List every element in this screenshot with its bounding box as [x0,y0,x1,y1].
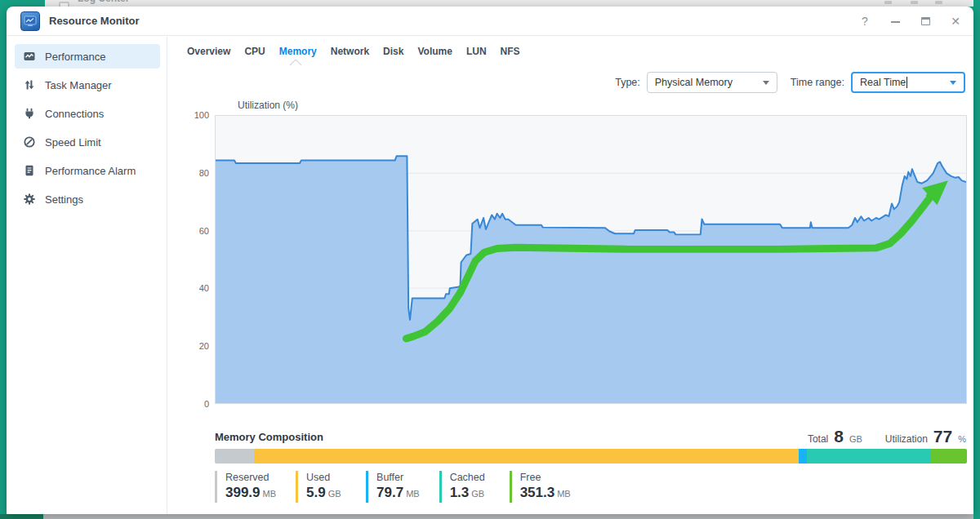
sidebar-item-label: Settings [45,193,83,206]
resource-monitor-window: Resource Monitor ? ✕ Performance Task Ma… [7,7,973,514]
bar-segment-buffer [799,449,807,464]
chart-y-axis: 020406080100 [168,115,209,404]
main-content: OverviewCPUMemoryNetworkDiskVolumeLUNNFS… [168,37,973,514]
tab-cpu[interactable]: CPU [244,43,265,60]
background-window-title: Log Center [78,0,129,4]
memory-composition-title: Memory Composition [215,431,323,443]
legend-label: Buffer [376,472,420,483]
sidebar-item-task-manager[interactable]: Task Manager [15,73,160,97]
utilization-area-chart [216,116,966,403]
alarm-log-icon [23,164,36,177]
memory-utilization-area [216,156,966,403]
chevron-down-icon [763,81,769,85]
legend-unit: MB [406,489,420,499]
resource-monitor-app-icon [20,11,40,31]
memory-composition-stats: Total 8 GB Utilization 77 % [808,427,966,446]
background-maximize-glyph [911,1,918,4]
time-range-dropdown[interactable]: Real Time [851,72,965,93]
tab-memory[interactable]: Memory [279,43,317,60]
desktop-bottom-corner [0,514,43,519]
sidebar-item-performance-alarm[interactable]: Performance Alarm [15,158,160,183]
tab-disk[interactable]: Disk [383,43,403,60]
help-button[interactable]: ? [858,13,871,29]
chart-title: Utilization (%) [238,100,298,111]
y-axis-tick-label: 100 [168,110,209,120]
legend-item-buffer: Buffer79.7MB [366,471,420,503]
y-axis-tick-label: 60 [168,226,209,236]
gauge-icon [23,135,36,149]
legend-value: 351.3MB [520,485,571,501]
sidebar-item-label: Speed Limit [45,136,101,149]
window-title: Resource Monitor [49,15,140,27]
legend-label: Cached [450,472,490,483]
plug-icon [23,107,36,120]
tab-network[interactable]: Network [331,43,369,60]
sidebar-item-label: Connections [45,108,104,120]
background-window-top-edge: Log Center [45,0,973,7]
text-cursor [906,77,907,88]
y-axis-tick-label: 20 [168,341,209,351]
type-label: Type: [615,77,640,88]
sidebar-item-label: Performance Alarm [45,165,136,177]
performance-monitor-icon [23,50,36,63]
gear-icon [23,193,36,206]
legend-label: Reserved [225,472,276,483]
filter-row: Type: Physical Memory Time range: Real T… [615,72,965,93]
bar-segment-cached [807,449,931,464]
memory-composition-bar [215,449,967,464]
tab-volume[interactable]: Volume [417,43,452,60]
total-unit: GB [849,434,862,444]
type-dropdown-value: Physical Memory [655,77,733,88]
y-axis-tick-label: 0 [168,399,209,409]
tab-overview[interactable]: Overview [187,43,230,60]
utilization-chart [215,115,967,404]
legend-unit: GB [471,489,484,499]
sidebar-item-speed-limit[interactable]: Speed Limit [15,130,160,154]
y-axis-tick-label: 40 [168,283,209,293]
y-axis-tick-label: 80 [168,168,209,178]
legend-value: 5.9GB [306,485,346,501]
titlebar: Resource Monitor ? ✕ [7,7,973,36]
type-dropdown[interactable]: Physical Memory [647,72,777,93]
sidebar-item-performance[interactable]: Performance [15,44,160,69]
legend-label: Used [306,472,346,483]
memory-legend: Reserved399.9MBUsed5.9GBBuffer79.7MBCach… [215,471,590,503]
legend-label: Free [520,472,571,483]
legend-value: 1.3GB [450,485,490,501]
utilization-unit: % [958,434,966,444]
total-value: 8 [834,427,844,446]
sidebar: Performance Task Manager Connections Spe… [7,37,167,514]
bar-segment-reserved [215,449,254,464]
close-button[interactable]: ✕ [949,13,962,29]
background-close-glyph [935,1,942,4]
legend-item-used: Used5.9GB [296,471,346,503]
legend-unit: MB [557,489,571,499]
utilization-label: Utilization [885,433,928,445]
tab-lun[interactable]: LUN [466,43,487,60]
time-range-dropdown-value: Real Time [860,77,906,88]
maximize-button[interactable] [919,13,932,29]
legend-item-reserved: Reserved399.9MB [215,471,276,503]
legend-item-free: Free351.3MB [510,471,571,503]
sidebar-item-label: Performance [45,51,105,63]
legend-unit: GB [328,489,341,499]
sidebar-item-label: Task Manager [45,79,112,91]
bar-segment-used [254,449,799,464]
legend-unit: MB [263,489,277,499]
sidebar-item-connections[interactable]: Connections [15,101,160,126]
selected-tab-chevron [289,59,302,66]
legend-item-cached: Cached1.3GB [439,471,490,503]
time-range-label: Time range: [791,77,844,88]
legend-value: 399.9MB [225,485,276,501]
tab-nfs[interactable]: NFS [501,43,520,60]
background-window-bottom-edge [43,514,973,519]
total-label: Total [808,433,828,445]
tab-bar: OverviewCPUMemoryNetworkDiskVolumeLUNNFS [187,43,520,60]
utilization-value: 77 [933,427,952,446]
chevron-down-icon [950,81,956,85]
sidebar-item-settings[interactable]: Settings [15,187,160,211]
minimize-button[interactable] [889,13,902,29]
legend-value: 79.7MB [376,485,420,501]
bar-segment-free [931,449,967,464]
background-help-glyph [884,1,892,4]
